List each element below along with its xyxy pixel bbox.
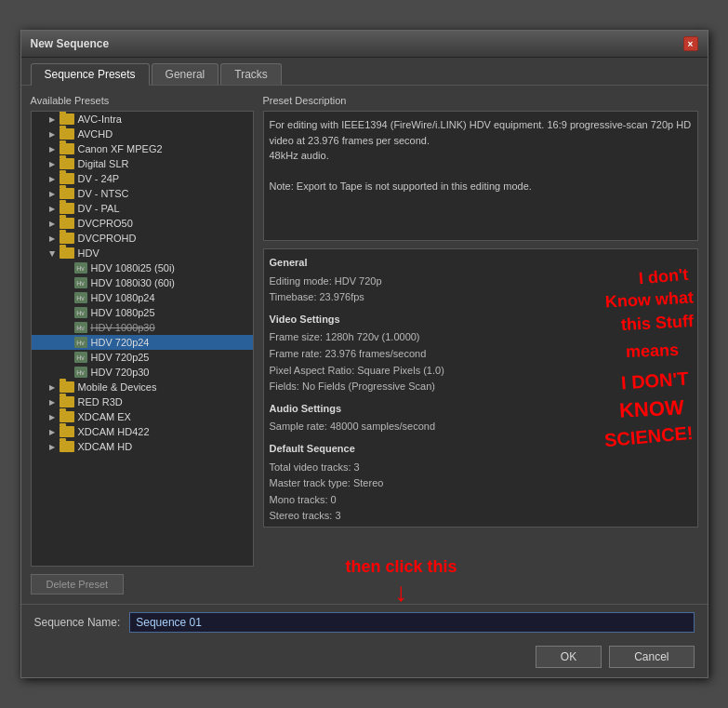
tree-label-ntsc: DV - NTSC (78, 188, 129, 199)
info-master-track: Master track type: Stereo (270, 475, 692, 492)
info-frame-rate: Frame rate: 23.976 frames/second (270, 346, 692, 363)
info-frame-size: Frame size: 1280h 720v (1.0000) (270, 329, 692, 346)
tree-item-hdv[interactable]: HDV (32, 246, 253, 260)
tree-label-720p24: HDV 720p24 (91, 337, 150, 348)
file-icon-1080p25: Hv (74, 307, 87, 318)
tree-label-1080p24: HDV 1080p24 (91, 292, 155, 303)
tree-arrow-avc-intra (46, 114, 58, 125)
tree-item-canon-xf[interactable]: Canon XF MPEG2 (32, 141, 253, 156)
tree-arrow-xdcam-hd (46, 441, 58, 452)
default-sequence-title: Default Sequence (270, 441, 692, 458)
info-box: General Editing mode: HDV 720p Timebase:… (263, 248, 698, 528)
tree-item-hdv-1080i30[interactable]: Hv HDV 1080i30 (60i) (32, 275, 253, 290)
tree-arrow-dvcpro50 (46, 218, 58, 229)
preset-description-box: For editing with IEEE1394 (FireWire/i.LI… (263, 111, 698, 241)
tree-arrow-hdv (46, 247, 58, 259)
file-icon-1080p24: Hv (74, 292, 87, 303)
file-icon-1080i30: Hv (74, 277, 87, 288)
folder-icon-dvcprohd (60, 233, 74, 244)
available-presets-label: Available Presets (31, 95, 254, 106)
info-fields: Fields: No Fields (Progressive Scan) (270, 379, 692, 395)
file-icon-1080i25: Hv (74, 262, 87, 274)
info-timebase: Timebase: 23.976fps (270, 289, 692, 306)
folder-icon-hdv (60, 247, 74, 259)
tree-arrow-ntsc (46, 188, 58, 199)
folder-icon-xdcam-hd422 (60, 426, 74, 437)
file-icon-720p30: Hv (74, 367, 87, 378)
tree-item-mobile[interactable]: Mobile & Devices (32, 380, 253, 394)
tree-item-hdv-1000p30[interactable]: Hv HDV 1000p30 (32, 320, 253, 335)
tree-arrow-dv24p (46, 173, 58, 184)
info-box-wrapper: General Editing mode: HDV 720p Timebase:… (263, 248, 698, 528)
tree-item-hdv-1080p24[interactable]: Hv HDV 1080p24 (32, 290, 253, 305)
tree-arrow-red (46, 396, 58, 407)
tree-item-hdv-720p25[interactable]: Hv HDV 720p25 (32, 350, 253, 365)
tree-label-720p25: HDV 720p25 (91, 352, 150, 363)
tree-item-dv24p[interactable]: DV - 24P (32, 171, 253, 186)
tree-view[interactable]: AVC-Intra AVCHD Canon XF MPEG2 (31, 111, 254, 567)
tree-label-xdcam-hd: XDCAM HD (78, 441, 133, 452)
tree-label-1080i25: HDV 1080i25 (50i) (91, 262, 176, 274)
tree-item-dv-pal[interactable]: DV - PAL (32, 201, 253, 216)
folder-icon-avchd (60, 128, 74, 140)
tree-item-red[interactable]: RED R3D (32, 394, 253, 409)
tree-arrow-mobile (46, 381, 58, 393)
folder-icon-red (60, 396, 74, 407)
dialog-title: New Sequence (31, 37, 110, 50)
tree-arrow-slr (46, 158, 58, 169)
tree-item-hdv-1080p25[interactable]: Hv HDV 1080p25 (32, 305, 253, 320)
audio-settings-title: Audio Settings (270, 401, 692, 418)
sequence-name-input[interactable] (129, 612, 694, 633)
folder-icon-mobile (60, 381, 74, 393)
folder-icon-canon (60, 143, 74, 154)
close-button[interactable]: × (683, 36, 698, 51)
tab-sequence-presets[interactable]: Sequence Presets (31, 63, 150, 86)
tree-item-hdv-1080i25[interactable]: Hv HDV 1080i25 (50i) (32, 260, 253, 275)
tab-general[interactable]: General (152, 63, 219, 85)
delete-preset-button[interactable]: Delete Preset (31, 574, 125, 594)
new-sequence-dialog: New Sequence × Sequence Presets General … (20, 30, 708, 678)
folder-icon-avc-intra (60, 114, 74, 125)
tree-item-dv-ntsc[interactable]: DV - NTSC (32, 186, 253, 201)
tree-label-pal: DV - PAL (78, 203, 120, 214)
folder-icon-ntsc (60, 188, 74, 199)
tree-item-avc-intra[interactable]: AVC-Intra (32, 112, 253, 127)
ok-button[interactable]: OK (536, 646, 602, 668)
file-icon-720p25: Hv (74, 352, 87, 363)
tree-arrow-avchd (46, 128, 58, 140)
tree-item-avchd[interactable]: AVCHD (32, 127, 253, 141)
tree-item-xdcam-ex[interactable]: XDCAM EX (32, 409, 253, 424)
tree-item-xdcam-hd422[interactable]: XDCAM HD422 (32, 424, 253, 439)
tree-label-avchd: AVCHD (78, 128, 113, 140)
left-panel: Available Presets AVC-Intra AVCHD (31, 95, 254, 594)
tree-item-hdv-720p30[interactable]: Hv HDV 720p30 (32, 365, 253, 380)
info-51-tracks: 5.1 tracks: 0 (270, 525, 692, 528)
preset-description-label: Preset Description (263, 95, 698, 106)
tree-label-1080i30: HDV 1080i30 (60i) (91, 277, 176, 288)
tree-item-dvcpro50[interactable]: DVCPRO50 (32, 216, 253, 231)
tree-label-720p30: HDV 720p30 (91, 367, 150, 378)
tree-item-hdv-720p24[interactable]: Hv HDV 720p24 (32, 335, 253, 350)
info-total-video: Total video tracks: 3 (270, 460, 692, 476)
tree-arrow-xdcam-ex (46, 411, 58, 422)
bottom-section: then click this ↓ Sequence Name: OK Canc… (21, 604, 708, 677)
info-sample-rate: Sample rate: 48000 samples/second (270, 419, 692, 435)
info-mono-tracks: Mono tracks: 0 (270, 492, 692, 509)
tree-arrow-dvcprohd (46, 233, 58, 244)
tree-label-hdv: HDV (78, 247, 99, 259)
folder-icon-slr (60, 158, 74, 169)
tree-label-dvcprohd: DVCPROHD (78, 233, 137, 244)
tree-label-1080p25: HDV 1080p25 (91, 307, 155, 318)
tab-tracks[interactable]: Tracks (220, 63, 282, 85)
folder-icon-dvcpro50 (60, 218, 74, 229)
tree-item-digital-slr[interactable]: Digital SLR (32, 156, 253, 171)
file-icon-1000p30: Hv (74, 322, 87, 333)
info-pixel-aspect: Pixel Aspect Ratio: Square Pixels (1.0) (270, 363, 692, 380)
tree-item-dvcprohd[interactable]: DVCPROHD (32, 231, 253, 246)
tree-item-xdcam-hd[interactable]: XDCAM HD (32, 439, 253, 454)
cancel-button[interactable]: Cancel (609, 646, 694, 668)
folder-icon-xdcam-ex (60, 411, 74, 422)
buttons-row: OK Cancel (21, 640, 708, 677)
video-settings-title: Video Settings (270, 312, 692, 328)
tree-label-dv24p: DV - 24P (78, 173, 120, 184)
